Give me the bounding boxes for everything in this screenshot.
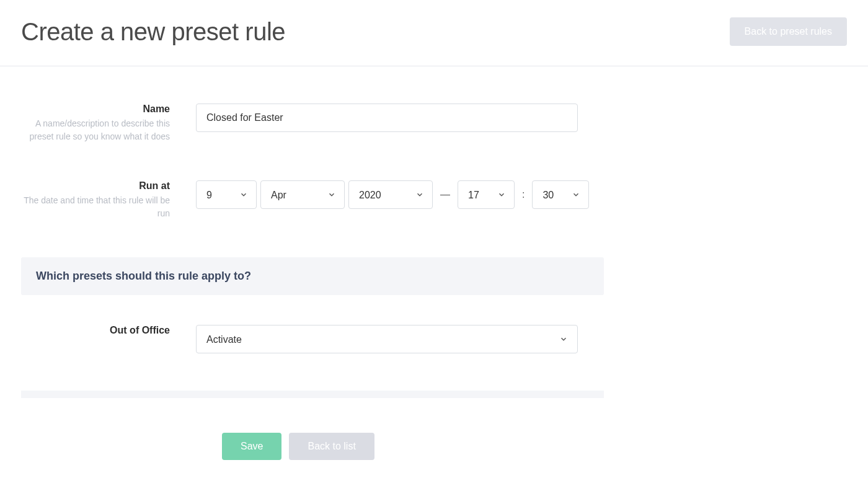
day-select-wrap: 9 [196, 180, 257, 209]
preset-label-col: Out of Office [21, 325, 196, 339]
time-colon: : [518, 189, 528, 200]
name-help: A name/description to describe this pres… [30, 118, 170, 141]
month-select-wrap: Apr [260, 180, 345, 209]
name-label-col: Name A name/description to describe this… [21, 104, 196, 143]
year-select[interactable]: 2020 [348, 180, 433, 209]
preset-row: Out of Office Activate [21, 325, 847, 353]
year-select-wrap: 2020 [348, 180, 433, 209]
run-at-input-col: 9 Apr 2020 [196, 180, 578, 209]
hour-select[interactable]: 17 [458, 180, 515, 209]
page-header: Create a new preset rule Back to preset … [0, 0, 868, 66]
month-select[interactable]: Apr [260, 180, 345, 209]
name-input[interactable] [196, 104, 578, 132]
date-time-separator: — [436, 189, 454, 200]
minute-select[interactable]: 30 [532, 180, 589, 209]
run-at-label: Run at [21, 180, 170, 192]
form-footer: Save Back to list [21, 433, 847, 460]
name-label: Name [21, 104, 170, 115]
presets-section-heading: Which presets should this rule apply to? [21, 257, 604, 295]
section-divider [21, 391, 604, 398]
presets-heading-text: Which presets should this rule apply to? [36, 270, 589, 283]
hour-select-wrap: 17 [458, 180, 515, 209]
minute-select-wrap: 30 [532, 180, 589, 209]
back-to-preset-rules-button[interactable]: Back to preset rules [730, 17, 847, 46]
form-content: Name A name/description to describe this… [0, 66, 868, 478]
run-at-label-col: Run at The date and time that this rule … [21, 180, 196, 220]
preset-input-col: Activate [196, 325, 578, 353]
run-at-row: Run at The date and time that this rule … [21, 180, 847, 220]
back-to-list-button[interactable]: Back to list [289, 433, 374, 460]
name-row: Name A name/description to describe this… [21, 104, 847, 143]
day-select[interactable]: 9 [196, 180, 257, 209]
preset-label: Out of Office [21, 325, 170, 336]
run-at-group: 9 Apr 2020 [196, 180, 578, 209]
name-input-col [196, 104, 578, 132]
run-at-help: The date and time that this rule will be… [24, 195, 170, 218]
save-button[interactable]: Save [222, 433, 281, 460]
preset-select-wrap: Activate [196, 325, 578, 353]
preset-action-select[interactable]: Activate [196, 325, 578, 353]
page-title: Create a new preset rule [21, 18, 285, 46]
